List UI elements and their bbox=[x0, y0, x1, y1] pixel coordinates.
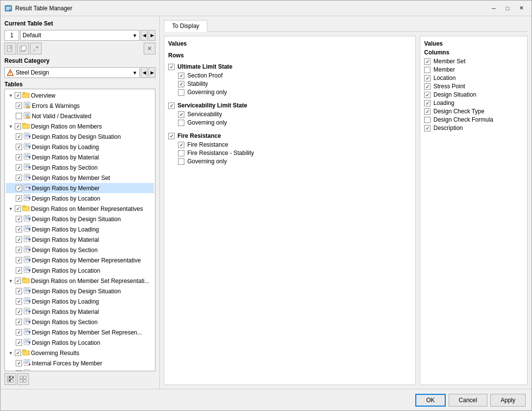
tree-item-checkbox[interactable] bbox=[16, 339, 22, 346]
fire-resistance-checkbox[interactable] bbox=[168, 133, 175, 139]
ultimate-limit-state-header[interactable]: Ultimate Limit State bbox=[168, 63, 411, 71]
expand-icon[interactable]: ▼ bbox=[8, 351, 14, 356]
sub-checkbox[interactable] bbox=[178, 73, 184, 79]
column-item-design-check-formula[interactable]: Design Check Formula bbox=[424, 116, 523, 123]
serviceability-limit-state-header[interactable]: Serviceability Limit State bbox=[168, 102, 411, 109]
tree-item-checkbox[interactable] bbox=[15, 350, 21, 356]
tree-item-drmrep_lo[interactable]: Design Ratios by Loading bbox=[6, 224, 154, 234]
ok-button[interactable]: OK bbox=[415, 394, 445, 407]
column-item-member[interactable]: Member bbox=[424, 66, 523, 73]
tree-item-drm_ds[interactable]: Design Ratios by Design Situation bbox=[6, 131, 154, 142]
result-category-combo[interactable]: Steel Design ▼ bbox=[4, 67, 140, 78]
column-checkbox[interactable] bbox=[424, 58, 431, 65]
tree-item-checkbox[interactable] bbox=[16, 247, 22, 253]
tables-tree[interactable]: ▼Overview Errors & Warnings Not Valid / … bbox=[4, 89, 155, 371]
sub-checkbox[interactable] bbox=[178, 111, 184, 118]
sub-checkbox[interactable] bbox=[178, 142, 184, 148]
tree-item-checkbox[interactable] bbox=[15, 123, 21, 129]
apply-button[interactable]: Apply bbox=[490, 394, 526, 407]
check-item-stability[interactable]: Stability bbox=[178, 80, 411, 87]
tree-item-checkbox[interactable] bbox=[16, 103, 22, 109]
tree-item-checkbox[interactable] bbox=[16, 175, 22, 181]
check-item-governing-only[interactable]: Governing only bbox=[178, 119, 411, 126]
table-set-prev-button[interactable]: ◀ bbox=[141, 30, 148, 41]
tree-item-checkbox[interactable] bbox=[16, 144, 22, 150]
column-item-location[interactable]: Location bbox=[424, 75, 523, 81]
sub-checkbox[interactable] bbox=[178, 81, 184, 87]
column-item-design-check-type[interactable]: Design Check Type bbox=[424, 108, 523, 115]
tree-item-checkbox[interactable] bbox=[15, 92, 21, 99]
result-category-next-button[interactable]: ▶ bbox=[149, 67, 155, 78]
check-item-section-proof[interactable]: Section Proof bbox=[178, 72, 411, 79]
uncheck-all-button[interactable] bbox=[17, 373, 29, 385]
ultimate-limit-state-checkbox[interactable] bbox=[168, 64, 175, 70]
fire-resistance-header[interactable]: Fire Resistance bbox=[168, 132, 411, 140]
tree-item-drmrep_ds[interactable]: Design Ratios by Design Situation bbox=[6, 214, 154, 224]
expand-icon[interactable]: ▼ bbox=[8, 93, 14, 98]
tree-item-checkbox[interactable] bbox=[16, 298, 22, 305]
edit-table-button[interactable] bbox=[30, 43, 42, 54]
check-all-button[interactable]: ✓ ✓ ✓ bbox=[4, 373, 16, 385]
tree-item-drm_ms[interactable]: Design Ratios by Member Set bbox=[6, 173, 154, 183]
column-checkbox[interactable] bbox=[424, 125, 431, 131]
column-item-design-situation[interactable]: Design Situation bbox=[424, 91, 523, 98]
result-category-prev-button[interactable]: ◀ bbox=[141, 67, 148, 78]
tree-item-drmset_ds[interactable]: Design Ratios by Design Situation bbox=[6, 286, 154, 296]
sub-checkbox[interactable] bbox=[178, 158, 184, 165]
minimize-button[interactable]: ─ bbox=[487, 3, 500, 13]
expand-icon[interactable]: ▼ bbox=[8, 124, 14, 129]
tree-item-checkbox[interactable] bbox=[16, 329, 22, 335]
tree-item-overview[interactable]: ▼Overview bbox=[6, 90, 154, 101]
check-item-fire-resistance[interactable]: Fire Resistance bbox=[178, 141, 411, 148]
expand-icon[interactable]: ▼ bbox=[8, 279, 14, 283]
tree-item-drmrep_ma[interactable]: Design Ratios by Material bbox=[6, 234, 154, 245]
new-table-button[interactable] bbox=[4, 43, 16, 54]
tree-item-checkbox[interactable] bbox=[15, 206, 21, 212]
tree-item-drm_me[interactable]: Design Ratios by Member bbox=[6, 183, 154, 193]
tree-item-checkbox[interactable] bbox=[16, 319, 22, 325]
table-set-combo[interactable]: 1 bbox=[4, 30, 19, 41]
tree-item-drmset_ma[interactable]: Design Ratios by Material bbox=[6, 307, 154, 317]
column-item-stress-point[interactable]: Stress Point bbox=[424, 83, 523, 90]
tree-item-drm_lc[interactable]: Design Ratios by Location bbox=[6, 193, 154, 204]
column-checkbox[interactable] bbox=[424, 100, 431, 106]
sub-checkbox[interactable] bbox=[178, 150, 184, 156]
check-item-governing-only[interactable]: Governing only bbox=[178, 89, 411, 96]
tree-item-drmrep_se[interactable]: Design Ratios by Section bbox=[6, 245, 154, 255]
tree-item-checkbox[interactable] bbox=[16, 360, 22, 366]
tree-item-checkbox[interactable] bbox=[16, 185, 22, 191]
tree-item-errors[interactable]: Errors & Warnings bbox=[6, 101, 154, 111]
sub-checkbox[interactable] bbox=[178, 89, 184, 96]
tree-item-notvalid[interactable]: Not Valid / Deactivated bbox=[6, 111, 154, 121]
cancel-button[interactable]: Cancel bbox=[449, 394, 487, 407]
check-item-governing-only[interactable]: Governing only bbox=[178, 158, 411, 165]
tree-item-checkbox[interactable] bbox=[16, 226, 22, 232]
column-checkbox[interactable] bbox=[424, 75, 431, 81]
column-item-member-set[interactable]: Member Set bbox=[424, 58, 523, 65]
tree-item-checkbox[interactable] bbox=[15, 278, 21, 284]
tree-item-drmset_ms[interactable]: Design Ratios by Member Set Represen... bbox=[6, 327, 154, 337]
tree-item-govres[interactable]: ▼Governing Results bbox=[6, 348, 154, 358]
tree-item-drmset_lc[interactable]: Design Ratios by Location bbox=[6, 337, 154, 348]
tree-item-checkbox[interactable] bbox=[16, 216, 22, 222]
tree-item-checkbox[interactable] bbox=[16, 257, 22, 263]
tree-item-drmrep_lc[interactable]: Design Ratios by Location bbox=[6, 265, 154, 276]
table-set-next-button[interactable]: ▶ bbox=[149, 30, 155, 41]
column-item-loading[interactable]: Loading bbox=[424, 100, 523, 106]
tree-item-drm_ma[interactable]: Design Ratios by Material bbox=[6, 152, 154, 162]
column-checkbox[interactable] bbox=[424, 92, 431, 98]
tree-item-checkbox[interactable] bbox=[16, 267, 22, 274]
delete-table-button[interactable]: ✕ bbox=[144, 43, 155, 54]
tree-item-drmrep[interactable]: ▼Design Ratios on Member Representatives bbox=[6, 204, 154, 214]
sub-checkbox[interactable] bbox=[178, 120, 184, 126]
tree-item-checkbox[interactable] bbox=[16, 164, 22, 171]
tree-item-checkbox[interactable] bbox=[16, 308, 22, 315]
column-checkbox[interactable] bbox=[424, 108, 431, 115]
tree-item-checkbox[interactable] bbox=[16, 154, 22, 160]
check-item-fire-resistance---stability[interactable]: Fire Resistance - Stability bbox=[178, 150, 411, 156]
tree-item-drmset_lo[interactable]: Design Ratios by Loading bbox=[6, 296, 154, 307]
tree-item-gov_ifm[interactable]: Internal Forces by Member bbox=[6, 358, 154, 368]
tree-item-drmset[interactable]: ▼Design Ratios on Member Set Representat… bbox=[6, 276, 154, 286]
check-item-serviceability[interactable]: Serviceability bbox=[178, 111, 411, 118]
expand-icon[interactable]: ▼ bbox=[8, 206, 14, 211]
